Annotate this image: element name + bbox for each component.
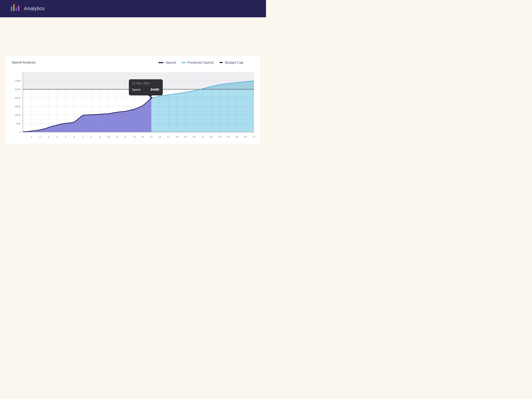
x-tick-label: 15 (150, 135, 153, 138)
x-tick-label: 11 (116, 135, 118, 138)
x-tick-label: 7 (82, 135, 84, 138)
tooltip-value: $448K (151, 88, 159, 91)
y-tick-label: 150K (15, 114, 21, 116)
tooltip-series-label: Spend (132, 88, 140, 91)
x-tick-label: 19 (184, 135, 187, 138)
x-tick-label: 20 (193, 135, 196, 138)
x-tick-label: 4 (56, 135, 58, 138)
x-tick-label: 24 (227, 135, 230, 138)
x-tick-label: 22 (210, 135, 212, 138)
y-tick-label: 600K (15, 88, 21, 91)
logo-bar-pink (18, 6, 19, 11)
y-tick-label: 450K (15, 96, 21, 99)
logo-bar-indigo (16, 7, 17, 11)
y-tick-label: 0 (19, 131, 21, 133)
spend-analysis-chart[interactable]: 050K150K300K450K600K700K1234567891011121… (5, 55, 260, 144)
x-tick-label: 14 (141, 135, 144, 138)
chart-tooltip: 15 Sep, 2023 Spend $448K (129, 79, 163, 95)
x-tick-label: 25 (235, 135, 238, 138)
x-tick-label: 26 (244, 135, 247, 138)
logo-bar-teal (11, 7, 12, 11)
x-tick-label: 13 (133, 135, 135, 138)
x-tick-label: 12 (124, 135, 127, 138)
x-tick-label: 5 (65, 135, 66, 138)
x-tick-label: 9 (99, 135, 101, 138)
x-tick-label: 21 (201, 135, 204, 138)
x-tick-label: 27 (253, 135, 255, 138)
logo-bar-orange (13, 4, 15, 11)
app-title: Analytics (24, 6, 45, 11)
app-header: Analytics (0, 0, 266, 17)
x-tick-label: 8 (91, 135, 92, 138)
y-tick-label: 300K (15, 105, 21, 108)
y-tick-label: 50K (16, 122, 21, 125)
x-tick-label: 17 (167, 135, 170, 138)
x-tick-label: 2 (39, 135, 41, 138)
x-tick-label: 6 (74, 135, 75, 138)
y-tick-label: 700K (15, 79, 21, 82)
tooltip-row: Spend $448K (132, 88, 159, 91)
x-tick-label: 1 (31, 135, 32, 138)
x-tick-label: 3 (48, 135, 49, 138)
x-tick-label: 23 (218, 135, 221, 138)
x-tick-label: 10 (107, 135, 110, 138)
x-tick-label: 18 (176, 135, 178, 138)
tooltip-date: 15 Sep, 2023 (132, 82, 159, 85)
x-tick-label: 16 (158, 135, 161, 138)
tooltip-caret-icon (148, 95, 152, 97)
analytics-logo-icon (11, 4, 19, 11)
